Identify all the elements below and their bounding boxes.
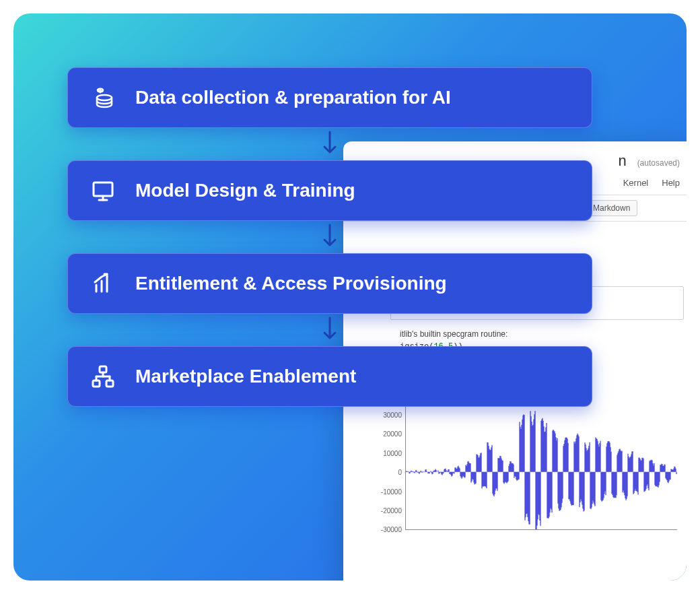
svg-point-0 (97, 95, 112, 100)
workflow-step-label: Entitlement & Access Provisioning (135, 273, 447, 294)
workflow-arrow (67, 221, 592, 253)
autosaved-label: (autosaved) (637, 158, 680, 168)
menu-kernel[interactable]: Kernel (623, 178, 649, 188)
workflow-step-model-training: Model Design & Training (67, 160, 592, 221)
svg-rect-2 (94, 183, 112, 196)
monitor-icon (90, 177, 116, 204)
network-icon (90, 363, 116, 390)
workflow-step-label: Data collection & preparation for AI (135, 87, 451, 108)
workflow-arrow (67, 314, 592, 346)
workflow-step-marketplace: Marketplace Enablement (67, 346, 592, 407)
workflow-step-entitlement: Entitlement & Access Provisioning (67, 253, 592, 314)
data-prep-icon (90, 84, 116, 111)
chart-up-icon (90, 270, 116, 297)
workflow-arrow (67, 128, 592, 160)
workflow-step-data-prep: Data collection & preparation for AI (67, 67, 592, 128)
cell-type-select[interactable]: Markdown (586, 200, 637, 216)
menu-help[interactable]: Help (662, 178, 680, 188)
workflow-step-label: Model Design & Training (135, 180, 355, 201)
notebook-title-fragment: n (618, 152, 626, 170)
diagram-container: n (autosaved) Kernel Help 💾 ✚ ✂ ⧉ 📋 ↑ ↓ … (13, 13, 687, 581)
workflow-diagram: Data collection & preparation for AI Mod… (67, 67, 592, 407)
workflow-step-label: Marketplace Enablement (135, 366, 356, 387)
